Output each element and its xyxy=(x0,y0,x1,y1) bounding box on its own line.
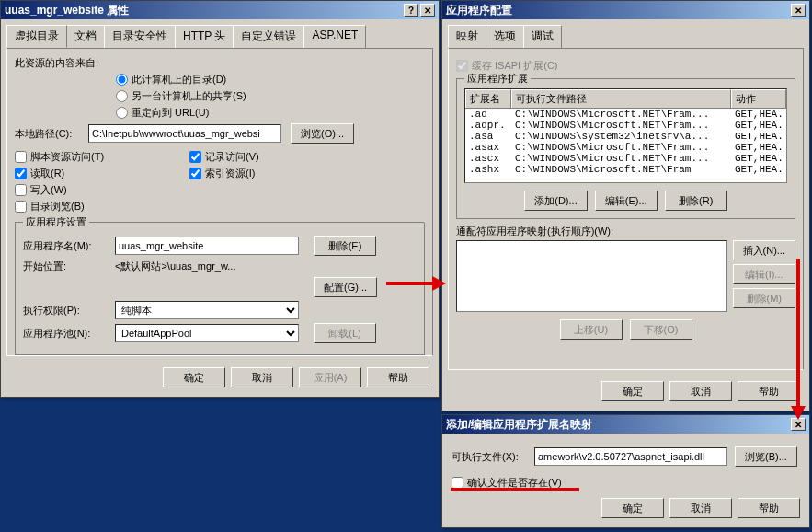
appset-legend: 应用程序设置 xyxy=(23,215,89,229)
tab-panel: 缓存 ISAPI 扩展(C) 应用程序扩展 扩展名 可执行文件路径 动作 .ad… xyxy=(448,48,804,370)
apppool-select[interactable]: DefaultAppPool xyxy=(115,324,299,342)
help-button[interactable]: 帮助 xyxy=(367,367,429,387)
insert-button[interactable]: 插入(N)... xyxy=(733,240,795,260)
tab-httpheaders[interactable]: HTTP 头 xyxy=(175,25,234,48)
table-row[interactable]: .asaC:\WINDOWS\system32\inetsrv\a...GET,… xyxy=(465,131,786,142)
chk-verify[interactable] xyxy=(452,477,463,489)
tab-aspnet[interactable]: ASP.NET xyxy=(303,25,366,48)
tab-options[interactable]: 选项 xyxy=(486,25,524,48)
title-text: 应用程序配置 xyxy=(446,3,789,18)
appname-label: 应用程序名(M): xyxy=(23,239,115,253)
close-icon[interactable]: ✕ xyxy=(791,418,806,431)
unload-button: 卸载(L) xyxy=(314,323,376,343)
movedown-button: 下移(O) xyxy=(630,319,692,340)
ext-legend: 应用程序扩展 xyxy=(464,72,531,86)
titlebar: 添加/编辑应用程序扩展名映射 ✕ xyxy=(442,415,809,434)
chk-index[interactable] xyxy=(189,168,201,179)
chk-write[interactable] xyxy=(15,184,27,196)
tabs: 映射 选项 调试 xyxy=(448,25,804,48)
exec-label: 执行权限(P): xyxy=(23,304,115,318)
radio-url[interactable] xyxy=(116,107,128,119)
tab-virtualdir[interactable]: 虚拟目录 xyxy=(6,25,67,48)
appname-input[interactable] xyxy=(115,237,299,255)
tab-customerrors[interactable]: 自定义错误 xyxy=(233,25,304,48)
titlebar: 应用程序配置 ✕ xyxy=(442,1,809,19)
content-source-label: 此资源的内容来自: xyxy=(15,56,425,70)
radio-localdir[interactable] xyxy=(116,74,128,86)
close-icon[interactable]: ✕ xyxy=(791,4,806,17)
table-row[interactable]: .adC:\WINDOWS\Microsoft.NET\Fram...GET,H… xyxy=(465,109,786,120)
app-config-dialog: 应用程序配置 ✕ 映射 选项 调试 缓存 ISAPI 扩展(C) 应用程序扩展 … xyxy=(441,0,810,411)
config-button[interactable]: 配置(G)... xyxy=(314,277,377,297)
tab-panel: 此资源的内容来自: 此计算机上的目录(D) 另一台计算机上的共享(S) 重定向到… xyxy=(6,48,433,356)
close-icon[interactable]: ✕ xyxy=(420,4,435,17)
titlebar: uuas_mgr_website 属性 ? ✕ xyxy=(1,1,439,19)
table-row[interactable]: .ascxC:\WINDOWS\Microsoft.NET\Fram...GET… xyxy=(465,153,786,164)
help-button[interactable]: 帮助 xyxy=(738,381,800,401)
localpath-label: 本地路径(C): xyxy=(15,127,88,141)
edit2-button: 编辑(I)... xyxy=(733,264,795,284)
properties-dialog: uuas_mgr_website 属性 ? ✕ 虚拟目录 文档 目录安全性 HT… xyxy=(0,0,440,398)
table-row[interactable]: .adpr.C:\WINDOWS\Microsoft.NET\Fram...GE… xyxy=(465,120,786,131)
chk-read[interactable] xyxy=(15,168,27,179)
ok-button[interactable]: 确定 xyxy=(601,381,664,401)
chk-dirbrowse[interactable] xyxy=(15,201,27,213)
exec-label: 可执行文件(X): xyxy=(452,450,534,464)
table-row[interactable]: .asaxC:\WINDOWS\Microsoft.NET\Fram...GET… xyxy=(465,142,786,153)
help-button[interactable]: 帮助 xyxy=(738,498,800,518)
ext-listview[interactable]: 扩展名 可执行文件路径 动作 .adC:\WINDOWS\Microsoft.N… xyxy=(464,88,787,183)
wildcard-label: 通配符应用程序映射(执行顺序)(W): xyxy=(456,225,795,238)
remove-button[interactable]: 删除(E) xyxy=(314,236,376,256)
tabs: 虚拟目录 文档 目录安全性 HTTP 头 自定义错误 ASP.NET xyxy=(6,25,433,48)
radio-share[interactable] xyxy=(116,90,128,102)
browse-button[interactable]: 浏览(B)... xyxy=(735,446,797,467)
chk-script[interactable] xyxy=(15,151,27,163)
tab-dirsecurity[interactable]: 目录安全性 xyxy=(104,25,176,48)
table-row[interactable]: .ashxC:\WINDOWS\Microsoft.NET\FramGET,HE… xyxy=(465,164,786,175)
startloc-value: <默认网站>\uuas_mgr_w... xyxy=(115,260,299,273)
moveup-button: 上移(U) xyxy=(560,319,623,340)
ok-button[interactable]: 确定 xyxy=(163,367,225,387)
col-action[interactable]: 动作 xyxy=(731,89,786,108)
cancel-button[interactable]: 取消 xyxy=(669,381,732,401)
wildcard-list[interactable] xyxy=(456,240,727,312)
ext-map-dialog: 添加/编辑应用程序扩展名映射 ✕ 可执行文件(X): 浏览(B)... 确认文件… xyxy=(441,414,810,528)
tab-mapping[interactable]: 映射 xyxy=(448,25,486,48)
col-ext[interactable]: 扩展名 xyxy=(465,89,511,108)
startloc-label: 开始位置: xyxy=(23,260,115,273)
tab-documents[interactable]: 文档 xyxy=(66,25,105,48)
ok-button[interactable]: 确定 xyxy=(601,498,664,518)
browse-button[interactable]: 浏览(O)... xyxy=(291,123,354,144)
cancel-button[interactable]: 取消 xyxy=(231,367,293,387)
chk-cache xyxy=(456,60,468,72)
cancel-button[interactable]: 取消 xyxy=(669,498,732,518)
delete-button[interactable]: 删除(R) xyxy=(665,191,727,211)
tab-debug[interactable]: 调试 xyxy=(523,25,562,48)
exec-select[interactable]: 纯脚本 xyxy=(115,301,299,319)
help-icon[interactable]: ? xyxy=(404,4,418,17)
title-text: uuas_mgr_website 属性 xyxy=(5,3,402,18)
dialog-buttons: 确定 取消 应用(A) 帮助 xyxy=(1,362,439,397)
delete2-button: 删除(M) xyxy=(733,288,795,308)
col-path[interactable]: 可执行文件路径 xyxy=(511,89,731,108)
exec-input[interactable] xyxy=(534,447,727,466)
apply-button: 应用(A) xyxy=(299,367,361,387)
title-text: 添加/编辑应用程序扩展名映射 xyxy=(446,417,789,433)
edit-button[interactable]: 编辑(E)... xyxy=(595,191,658,211)
chk-log[interactable] xyxy=(189,151,201,163)
add-button[interactable]: 添加(D)... xyxy=(524,191,587,211)
apppool-label: 应用程序池(N): xyxy=(23,327,115,341)
localpath-input[interactable] xyxy=(88,124,281,143)
